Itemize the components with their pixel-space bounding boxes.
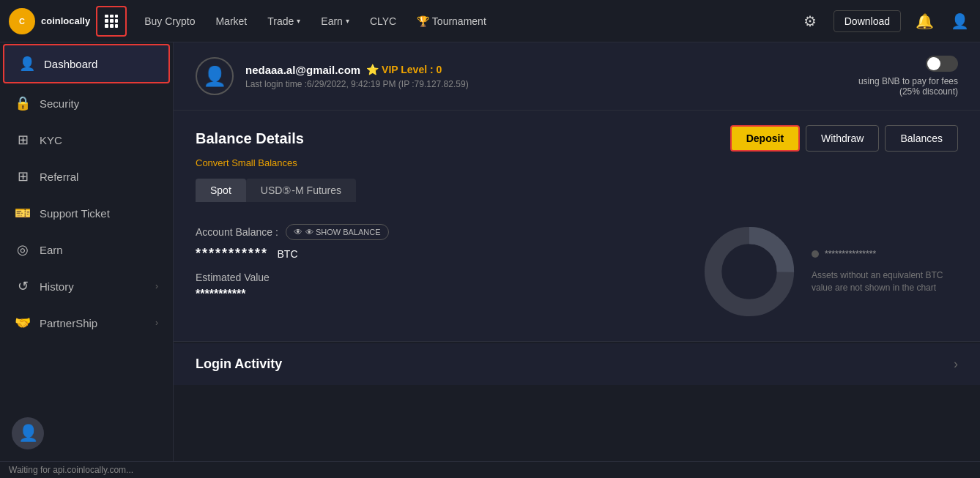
profile-info: nedaaa.al@gmail.com ⭐ VIP Level : 0 Last… [245, 64, 847, 89]
grid-icon [105, 15, 118, 28]
nav-market[interactable]: Market [207, 0, 256, 42]
account-balance-value: *********** BTC [196, 246, 672, 261]
settings-icon[interactable]: ⚙ [798, 10, 822, 33]
partnership-chevron-icon: › [155, 318, 158, 328]
bnb-toggle-area: using BNB to pay for fees(25% discount) [858, 56, 958, 97]
balance-header: Balance Details Deposit Withdraw Balance… [196, 125, 958, 152]
dashboard-icon: 👤 [19, 56, 35, 72]
sidebar-item-label: Earn [40, 244, 63, 256]
sidebar-item-label: History [40, 280, 74, 293]
legend-stars-text: *************** [825, 249, 876, 259]
deposit-button[interactable]: Deposit [730, 125, 800, 152]
balance-tabs: Spot USD⑤-M Futures [196, 179, 958, 202]
download-button[interactable]: Download [834, 10, 901, 32]
logo-icon: C [9, 8, 35, 34]
login-activity-section: Login Activity › [174, 343, 980, 385]
sidebar-item-dashboard[interactable]: 👤 Dashboard [3, 44, 170, 83]
withdraw-button[interactable]: Withdraw [806, 125, 879, 152]
main-content: 👤 nedaaa.al@gmail.com ⭐ VIP Level : 0 La… [174, 42, 980, 461]
last-login-text: Last login time :6/29/2022, 9:42:19 PM (… [245, 79, 847, 89]
earn-icon: ◎ [15, 242, 31, 258]
sidebar-item-support-ticket[interactable]: 🎫 Support Ticket [0, 195, 173, 231]
logo-text: coinlocally [41, 15, 90, 26]
tab-spot[interactable]: Spot [196, 179, 246, 202]
donut-chart [702, 224, 797, 319]
support-icon: 🎫 [15, 205, 31, 221]
nav-clyc[interactable]: CLYC [361, 0, 405, 42]
toggle-knob [927, 57, 940, 70]
balance-content: Account Balance : 👁 👁 SHOW BALANCE *****… [196, 217, 958, 326]
trade-chevron-icon: ▾ [297, 17, 300, 25]
balance-section: Balance Details Deposit Withdraw Balance… [174, 111, 980, 342]
profile-avatar: 👤 [196, 57, 234, 95]
donut-svg [702, 224, 797, 319]
grid-menu-button[interactable] [96, 6, 127, 37]
balance-left: Account Balance : 👁 👁 SHOW BALANCE *****… [196, 224, 672, 301]
balances-button[interactable]: Balances [885, 125, 958, 152]
convert-small-balances-link[interactable]: Convert Small Balances [196, 157, 958, 168]
email-text: nedaaa.al@gmail.com [245, 64, 360, 76]
avatar[interactable]: 👤 [12, 417, 44, 449]
notification-bell-icon[interactable]: 🔔 [913, 10, 936, 33]
sidebar-item-referral[interactable]: ⊞ Referral [0, 158, 173, 195]
sidebar-item-label: Dashboard [44, 58, 97, 70]
login-activity-chevron-icon: › [954, 356, 958, 372]
sidebar-item-label: Support Ticket [40, 207, 110, 220]
status-bar: Waiting for api.coinlocally.com... [0, 461, 980, 478]
nav-buy-crypto[interactable]: Buy Crypto [136, 0, 204, 42]
history-icon: ↺ [15, 278, 31, 294]
legend-note-text: Assets without an equivalent BTC value a… [812, 269, 958, 294]
sidebar-bottom: 👤 [0, 406, 173, 461]
sidebar-item-kyc[interactable]: ⊞ KYC [0, 122, 173, 158]
sidebar-item-history[interactable]: ↺ History › [0, 268, 173, 305]
bnb-toggle-wrap [926, 56, 958, 72]
sidebar-item-label: Security [40, 97, 79, 110]
account-balance-label: Account Balance : 👁 👁 SHOW BALANCE [196, 224, 672, 240]
balance-actions: Deposit Withdraw Balances [730, 125, 958, 152]
tab-futures[interactable]: USD⑤-M Futures [246, 179, 356, 202]
chart-legend: *************** Assets without an equiva… [812, 249, 958, 294]
sidebar: 👤 Dashboard 🔒 Security ⊞ KYC ⊞ Referral … [0, 42, 174, 461]
nav-trade[interactable]: Trade ▾ [259, 0, 309, 42]
bnb-fee-text: using BNB to pay for fees(25% discount) [858, 76, 958, 97]
referral-icon: ⊞ [15, 168, 31, 184]
sidebar-item-label: KYC [40, 134, 62, 146]
estimated-value-label: Estimated Value [196, 272, 672, 283]
vip-badge: ⭐ VIP Level : 0 [366, 64, 442, 75]
sidebar-item-earn[interactable]: ◎ Earn [0, 231, 173, 268]
sidebar-item-label: PartnerShip [40, 317, 97, 329]
nav-tournament[interactable]: 🏆 Tournament [408, 0, 495, 42]
sidebar-item-partnership[interactable]: 🤝 PartnerShip › [0, 305, 173, 341]
sidebar-item-security[interactable]: 🔒 Security [0, 85, 173, 122]
balance-title: Balance Details [196, 130, 304, 147]
show-balance-button[interactable]: 👁 👁 SHOW BALANCE [286, 224, 389, 240]
nav-right-area: ⚙ Download 🔔 👤 [798, 10, 971, 33]
security-icon: 🔒 [15, 95, 31, 111]
legend-item: *************** [812, 249, 958, 259]
top-navigation: C coinlocally Buy Crypto Market Trade ▾ … [0, 0, 980, 42]
profile-email-row: nedaaa.al@gmail.com ⭐ VIP Level : 0 [245, 64, 847, 76]
login-activity-title: Login Activity [196, 356, 282, 372]
eye-icon: 👁 [294, 227, 302, 237]
status-text: Waiting for api.coinlocally.com... [9, 465, 133, 475]
main-layout: 👤 Dashboard 🔒 Security ⊞ KYC ⊞ Referral … [0, 42, 980, 461]
history-chevron-icon: › [155, 281, 158, 291]
sidebar-item-label: Referral [40, 171, 78, 183]
logo[interactable]: C coinlocally [9, 8, 90, 34]
bnb-fee-toggle[interactable] [926, 56, 958, 72]
chart-area: *************** Assets without an equiva… [702, 224, 958, 319]
partnership-icon: 🤝 [15, 315, 31, 331]
user-profile-icon[interactable]: 👤 [948, 10, 971, 33]
nav-earn[interactable]: Earn ▾ [312, 0, 358, 42]
kyc-icon: ⊞ [15, 132, 31, 148]
legend-dot-icon [812, 250, 819, 258]
profile-header: 👤 nedaaa.al@gmail.com ⭐ VIP Level : 0 La… [174, 42, 980, 111]
estimated-value: *********** [196, 288, 672, 301]
earn-chevron-icon: ▾ [346, 17, 349, 25]
